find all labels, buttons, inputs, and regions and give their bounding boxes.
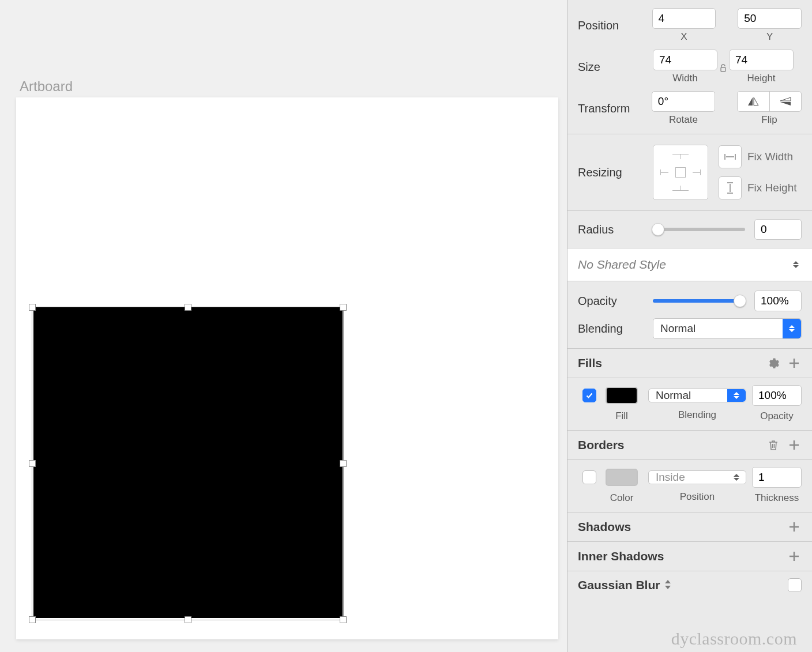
flip-horizontal-button[interactable] (738, 92, 769, 111)
selected-rectangle[interactable] (33, 307, 343, 618)
size-width-input[interactable] (653, 50, 717, 70)
artboard[interactable] (16, 97, 558, 639)
borders-header: Borders (567, 431, 812, 459)
position-x-input[interactable] (652, 8, 716, 29)
fix-width-label: Fix Width (747, 150, 793, 163)
opacity-slider[interactable] (653, 299, 745, 303)
shared-style-text[interactable]: No Shared Style (578, 258, 790, 272)
borders-add-icon[interactable] (787, 438, 802, 453)
svg-rect-0 (721, 67, 725, 71)
border-color-swatch[interactable] (606, 469, 638, 486)
size-height-input[interactable] (729, 50, 794, 70)
border-position-value: Inside (656, 471, 685, 484)
position-y-input[interactable] (738, 8, 802, 29)
canvas-area: Artboard (0, 0, 567, 652)
transform-flip-sublabel: Flip (761, 114, 777, 126)
shadows-add-icon[interactable] (787, 519, 802, 534)
border-position-sublabel: Position (648, 491, 746, 503)
size-height-sublabel: Height (747, 73, 775, 84)
inner-shadows-title: Inner Shadows (578, 549, 664, 563)
transform-label: Transform (578, 102, 652, 115)
inner-shadows-header: Inner Shadows (567, 542, 812, 571)
gaussian-blur-title: Gaussian Blur (578, 578, 660, 592)
svg-marker-4 (780, 97, 791, 101)
fills-title: Fills (578, 356, 602, 370)
position-y-sublabel: Y (766, 31, 773, 43)
border-position-dropdown[interactable]: Inside (648, 470, 746, 484)
fill-blending-value: Normal (656, 389, 691, 402)
fill-opacity-sublabel: Opacity (752, 410, 802, 422)
fills-gear-icon[interactable] (766, 356, 781, 371)
inspector-panel: Position X Y Size Width Height Transform… (567, 0, 812, 652)
svg-marker-20 (665, 586, 671, 589)
fills-header: Fills (567, 349, 812, 378)
position-label: Position (578, 19, 652, 32)
gaussian-blur-header: Gaussian Blur (567, 571, 812, 599)
border-enabled-checkbox[interactable] (582, 470, 596, 484)
shadows-header: Shadows (567, 512, 812, 541)
fills-add-icon[interactable] (787, 356, 802, 371)
fix-height-label: Fix Height (747, 182, 797, 194)
blending-value: Normal (660, 322, 696, 335)
size-label: Size (578, 61, 653, 74)
resizing-diagram[interactable] (653, 145, 708, 200)
svg-marker-3 (780, 102, 791, 105)
transform-rotate-sublabel: Rotate (669, 114, 698, 126)
fill-enabled-checkbox[interactable] (582, 389, 596, 402)
flip-vertical-button[interactable] (769, 92, 802, 111)
resizing-label: Resizing (578, 166, 653, 179)
size-width-sublabel: Width (672, 73, 697, 84)
fill-blending-dropdown[interactable]: Normal (648, 389, 746, 402)
fill-blending-sublabel: Blending (648, 409, 746, 421)
radius-label: Radius (578, 223, 653, 236)
opacity-label: Opacity (578, 295, 653, 308)
radius-input[interactable] (754, 219, 802, 240)
svg-marker-2 (754, 97, 758, 105)
shared-style-arrows-icon[interactable] (790, 258, 802, 272)
lock-aspect-icon[interactable] (717, 59, 729, 75)
fill-fill-sublabel: Fill (601, 410, 642, 422)
radius-slider[interactable] (653, 228, 745, 231)
borders-title: Borders (578, 438, 625, 452)
artboard-label[interactable]: Artboard (20, 78, 73, 95)
gaussian-blur-checkbox[interactable] (788, 578, 802, 592)
flip-buttons (737, 91, 802, 112)
blending-dropdown[interactable]: Normal (653, 318, 802, 339)
inner-shadows-add-icon[interactable] (787, 549, 802, 564)
fill-opacity-input[interactable] (752, 385, 802, 406)
blending-label: Blending (578, 322, 653, 336)
border-color-sublabel: Color (601, 492, 642, 504)
svg-marker-1 (748, 97, 753, 105)
gaussian-blur-arrows-icon[interactable] (664, 578, 671, 592)
position-x-sublabel: X (681, 31, 687, 43)
svg-marker-19 (665, 580, 671, 583)
fix-width-button[interactable] (719, 145, 742, 168)
fix-height-button[interactable] (719, 176, 742, 199)
borders-trash-icon[interactable] (766, 438, 781, 453)
transform-rotate-input[interactable] (652, 91, 715, 112)
border-thickness-sublabel: Thickness (752, 492, 802, 504)
border-thickness-input[interactable] (752, 467, 802, 488)
shadows-title: Shadows (578, 520, 631, 534)
opacity-input[interactable] (754, 291, 802, 311)
fill-color-swatch[interactable] (606, 387, 638, 404)
